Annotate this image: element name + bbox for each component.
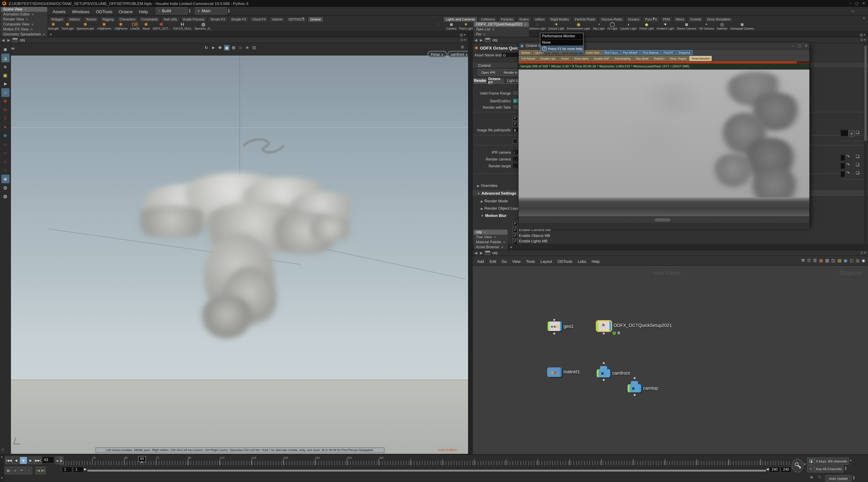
network-toolbar-icon[interactable]: ⚒ xyxy=(801,258,805,263)
shelf-tab[interactable]: Particle Fluids xyxy=(572,17,598,22)
checkbox[interactable] xyxy=(513,139,518,144)
network-canvas[interactable]: Indie Edition Objects geo1 ✱ ODFX_OCTQui… xyxy=(473,266,868,454)
pane-tab[interactable]: Animation Editor✕ xyxy=(1,12,47,17)
shelf-tool[interactable]: ◓VR Camera xyxy=(698,22,715,30)
node-display-flag[interactable] xyxy=(597,321,598,331)
collapse-icon[interactable]: ▼ xyxy=(0,477,3,479)
close-tab-icon[interactable]: ✕ xyxy=(483,32,486,36)
scrollbar-track[interactable] xyxy=(864,43,867,244)
viewport-side-tool-icon[interactable]: ◈ xyxy=(1,62,9,71)
realtime-toggle-button[interactable]: ◔ xyxy=(25,466,32,474)
network-toolbar-icon[interactable]: ☰ xyxy=(813,258,817,263)
forward-icon[interactable]: ▶ xyxy=(479,251,483,255)
section-object-layers[interactable]: ▶Render Object Layers xyxy=(481,206,522,211)
path-value[interactable]: obj xyxy=(492,38,498,42)
checkbox[interactable]: ✓ xyxy=(513,239,518,244)
viewport-side-tool-icon[interactable]: ◍ xyxy=(1,192,9,201)
network-toolbar-icon[interactable]: ◎ xyxy=(856,258,860,263)
viewport-side-tool-icon[interactable]: ✥ xyxy=(1,97,9,106)
audio-button[interactable]: ♫ xyxy=(11,466,19,474)
node-picker-icon[interactable]: ❏ xyxy=(856,171,859,175)
close-tab-icon[interactable]: ✕ xyxy=(503,240,505,244)
ipr-toolbar-button[interactable]: Pick Material xyxy=(641,50,661,55)
node-display-flag[interactable] xyxy=(548,322,550,331)
close-tab-icon[interactable]: ✕ xyxy=(30,28,33,31)
close-tab-icon[interactable]: ✕ xyxy=(32,12,34,16)
add-pane-tab[interactable]: + xyxy=(508,245,514,250)
ipr-close-button[interactable]: ✕ xyxy=(805,44,808,48)
minimize-button[interactable]: – xyxy=(849,1,851,5)
viewport-side-tool-icon[interactable]: ◙ xyxy=(1,175,9,183)
shelf-tool[interactable]: ✱ODFX_OCT... xyxy=(151,22,172,30)
key-options-dropdown[interactable]: ▼ xyxy=(803,463,806,465)
jump-to-node-icon[interactable]: ↷ xyxy=(846,162,849,167)
close-tab-icon[interactable]: ✕ xyxy=(501,245,503,249)
viewport-tool-icon[interactable]: ➤ xyxy=(210,45,216,51)
section-render-mode[interactable]: ▶Render Mode xyxy=(481,199,508,203)
network-toolbar-icon[interactable]: ▤ xyxy=(837,258,841,263)
shelf-tab[interactable]: Rigid Bodies xyxy=(548,17,572,22)
viewport-tool-icon[interactable]: ✳ xyxy=(245,45,250,51)
update-mode-dropdown[interactable]: Auto Update xyxy=(825,475,851,482)
set-key-button[interactable] xyxy=(792,459,803,473)
range-end2-field[interactable]: 240 xyxy=(781,466,791,473)
ipr-toolbar-button[interactable]: Disable Upd. xyxy=(538,56,559,61)
viewport-layout-icon[interactable]: ⊞ xyxy=(461,45,464,49)
pane-tab[interactable]: /obj✕ xyxy=(473,230,507,235)
add-pane-tab[interactable]: + xyxy=(48,32,54,37)
pane-tab[interactable]: Take List✕ xyxy=(473,27,529,32)
menu-item[interactable]: Help xyxy=(589,259,602,264)
shelf-tab[interactable]: Rigging xyxy=(100,17,116,22)
node-display-flag[interactable] xyxy=(628,384,629,392)
shelf-tool[interactable]: ◔Sky Light xyxy=(591,22,606,30)
shelf-tab[interactable]: Volume xyxy=(269,17,285,22)
node-output-connector[interactable] xyxy=(602,332,605,335)
viewport-tool-icon[interactable]: ↻ xyxy=(204,45,209,51)
shelf-tool[interactable]: ◌Volume Light xyxy=(528,22,547,30)
node-output-connector[interactable] xyxy=(553,332,555,335)
pane-tab[interactable]: Asset Browser✕ xyxy=(473,245,507,250)
shelf-tab[interactable]: Viscous Fluids xyxy=(598,17,625,22)
pane-tab[interactable]: Composite View✕ xyxy=(1,22,47,27)
shelf-tool[interactable]: ✱+ObjParms xyxy=(95,22,113,30)
scene-viewport[interactable] xyxy=(11,56,468,454)
close-tab-icon[interactable]: ✕ xyxy=(484,230,486,234)
pane-tab[interactable]: Scene View✕ xyxy=(1,7,47,12)
nudge-back-button[interactable]: ◀| xyxy=(55,456,60,464)
viewport-side-tool-icon[interactable]: ∩ xyxy=(1,140,9,149)
shelf-tool[interactable]: DBLiveDB xyxy=(129,22,141,30)
path-options-icon[interactable]: ⊡ ▾ xyxy=(861,38,868,42)
menu-item[interactable]: Edit xyxy=(487,259,499,264)
motion-fx-icon[interactable]: ∿ xyxy=(807,465,814,473)
shelf-tab[interactable]: Cloud FX xyxy=(249,17,269,22)
dropdown-button[interactable]: ▼ xyxy=(848,130,855,137)
close-tab-icon[interactable]: ✕ xyxy=(24,7,27,11)
ipr-toolbar-button[interactable]: Find RT xyxy=(661,50,676,55)
node-picker-icon[interactable]: ❏ xyxy=(856,130,859,134)
path-value[interactable]: obj xyxy=(20,38,25,42)
timeline-ruler[interactable]: 124487296120144168192216240 xyxy=(60,456,789,465)
shelf-tab[interactable]: Wires xyxy=(673,17,687,22)
shelf-tab[interactable]: Vellum xyxy=(532,17,547,22)
key-mode-spinner[interactable]: ▲▼ xyxy=(844,466,847,471)
ipr-toolbar-button[interactable]: Full Reload xyxy=(519,56,538,61)
viewport-camera-icon[interactable]: ◙ xyxy=(2,447,4,452)
shelf-tab[interactable]: Lights and Cameras xyxy=(443,17,478,22)
ipr-toolbar-button[interactable]: Clay Mode xyxy=(633,56,651,61)
stop-button[interactable]: ■ xyxy=(20,456,27,464)
field-fragment[interactable] xyxy=(841,155,845,160)
network-toolbar-icon[interactable]: ☷ xyxy=(807,258,811,263)
shelf-tool[interactable]: ✱OctLight xyxy=(46,22,60,30)
tab-octane-rt[interactable]: Octane RT xyxy=(488,78,505,83)
menu-item[interactable]: Labs xyxy=(575,259,589,264)
node-geo1[interactable] xyxy=(548,322,562,331)
pane-tab[interactable]: Per✕ xyxy=(473,32,529,37)
viewport-side-tool-icon[interactable]: ∩ xyxy=(1,149,9,157)
network-toolbar-icon[interactable]: ▥ xyxy=(825,258,829,263)
shelf-tool[interactable]: ◖Caustic Light xyxy=(619,22,638,30)
asset-name-field[interactable]: O xyxy=(502,52,519,57)
ipr-toolbar-button[interactable]: Pick Focus xyxy=(602,50,620,55)
node-output-connector[interactable] xyxy=(633,394,636,396)
shelf-tab[interactable]: Simple FX xyxy=(228,17,249,22)
network-toolbar-icon[interactable]: ▦ xyxy=(819,258,823,263)
